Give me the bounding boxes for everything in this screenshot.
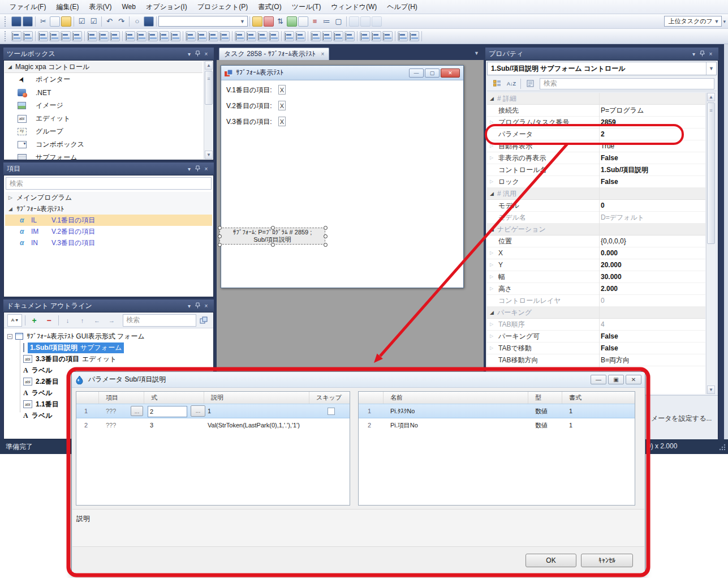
expand-icon[interactable]: ▷ xyxy=(490,331,493,342)
selection-handle[interactable] xyxy=(271,226,275,230)
redo-icon[interactable]: ↷ xyxy=(116,16,127,27)
outline-node-7[interactable]: Aラベル xyxy=(23,410,53,421)
outline-node-3[interactable]: Aラベル xyxy=(23,365,53,376)
selection-handle[interactable] xyxy=(218,243,222,247)
layout-tool-icon-6-4[interactable] xyxy=(269,31,279,41)
copy-icon[interactable] xyxy=(50,16,60,27)
column-header-type[interactable]: 型 xyxy=(528,392,562,404)
form-selector-combo[interactable]: 上位タスクのフォーム ▼ xyxy=(664,16,722,27)
items-field-row[interactable]: αILV.1番目の項目 xyxy=(5,215,212,226)
layout-tool-icon-5-4[interactable] xyxy=(219,31,230,41)
link-paste-icon[interactable] xyxy=(360,16,371,27)
scroll-down-icon[interactable]: ▼ xyxy=(707,386,715,394)
designed-form-titlebar[interactable]: ｻﾌﾞﾌｫｰﾑ表示ﾃｽﾄ — ▢ ✕ xyxy=(221,66,463,80)
menu-item-7[interactable]: 書式(O) xyxy=(253,1,286,14)
object-selector-combo[interactable]: 1.Sub/項目説明 サブフォーム コントロール ▼ xyxy=(487,62,717,75)
window-position-icon[interactable]: ▾ xyxy=(185,166,193,172)
layout-tool-icon-8-1[interactable] xyxy=(311,31,321,41)
expand-icon[interactable]: ▷ xyxy=(490,271,493,282)
collapse-icon[interactable]: − xyxy=(7,334,12,339)
property-row[interactable]: ▷非表示の再表示False xyxy=(487,152,705,164)
layout-tool-icon-6-1[interactable] xyxy=(235,31,245,41)
property-row[interactable]: モデル0 xyxy=(487,200,705,212)
minimize-button[interactable]: — xyxy=(591,375,606,384)
outline-node-1[interactable]: 1.Sub/項目説明サブフォーム xyxy=(23,342,124,353)
menu-item-10[interactable]: ヘルプ(H) xyxy=(382,1,423,14)
menu-item-5[interactable]: オプション(I) xyxy=(141,1,192,14)
layout-tool-icon-6-2[interactable] xyxy=(246,31,256,41)
argument-row-1[interactable]: 1Pi.ﾀｽｸNo数値1 xyxy=(359,404,635,418)
layout-tool-icon-3-2[interactable] xyxy=(98,31,109,41)
property-value[interactable]: False xyxy=(601,152,704,164)
layout-tool-icon-8-2[interactable] xyxy=(322,31,332,41)
property-row[interactable]: ▷ロックFalse xyxy=(487,176,705,188)
layout-tool-icon-8-4[interactable] xyxy=(344,31,355,41)
layout-tool-icon-2-1[interactable] xyxy=(38,31,48,41)
task-list-icon[interactable]: ≡ xyxy=(309,16,320,27)
chevron-down-icon[interactable]: ▼ xyxy=(706,62,716,75)
designed-form-body[interactable]: ｻﾌﾞﾌｫｰﾑ: P=ﾌﾟﾛｸﾞﾗﾑ # 2859 ; Sub/項目説明 V.1… xyxy=(222,80,463,287)
expand-icon[interactable]: ▷ xyxy=(490,152,493,164)
property-category-row[interactable]: ◢# 詳細 xyxy=(487,93,705,105)
parameter-description-value[interactable]: 1 xyxy=(208,404,307,418)
column-header-skip[interactable]: スキップ xyxy=(309,392,351,404)
column-header-item[interactable]: 項目 xyxy=(99,392,144,404)
items-search-input[interactable]: 検索 xyxy=(6,177,212,190)
property-value[interactable]: P=プログラム xyxy=(601,105,704,116)
layout-tool-icon-4-4[interactable] xyxy=(159,31,169,41)
property-row[interactable]: ▷プログラム/タスク番号2859 xyxy=(487,117,705,129)
expand-icon[interactable]: ▷ xyxy=(490,247,493,259)
form-check-icon[interactable]: ☑ xyxy=(76,16,87,27)
layout-tool-icon-3-1[interactable] xyxy=(87,31,97,41)
selection-handle[interactable] xyxy=(218,226,222,230)
properties-scrollbar[interactable]: ▲ ▼ xyxy=(706,93,716,394)
properties-search-input[interactable]: 検索 xyxy=(540,78,714,89)
skip-checkbox[interactable] xyxy=(328,408,335,415)
property-pages-icon[interactable] xyxy=(524,78,536,90)
outline-node-4[interactable]: abl2.2番目 xyxy=(23,376,59,387)
column-header-name[interactable]: 名前 xyxy=(384,392,528,404)
property-value[interactable]: 20.000 xyxy=(601,259,704,271)
categorized-view-icon[interactable] xyxy=(490,78,503,90)
scroll-up-icon[interactable]: ▲ xyxy=(205,61,213,70)
ok-button[interactable]: OK xyxy=(525,554,576,567)
pin-icon[interactable] xyxy=(193,302,202,310)
expand-icon[interactable]: ▷ xyxy=(490,259,493,271)
toolbox-item-pointer[interactable]: ➤ポインター xyxy=(5,73,192,86)
expand-icon[interactable]: ▷ xyxy=(490,319,493,330)
close-icon[interactable]: × xyxy=(202,166,210,172)
window-menu-icon[interactable]: ▢ xyxy=(333,16,344,27)
property-row[interactable]: TAB移動方向B=両方向 xyxy=(487,354,705,366)
collapse-icon[interactable]: ◢ xyxy=(490,307,494,318)
property-row[interactable]: ▷X0.000 xyxy=(487,247,705,259)
collapse-icon[interactable]: ◢ xyxy=(490,188,494,199)
window-position-icon[interactable]: ▾ xyxy=(185,303,193,309)
layout-tool-icon-3-3[interactable] xyxy=(110,31,120,41)
layout-tool-icon-1-1[interactable] xyxy=(11,31,21,41)
move-up-icon[interactable]: ↑ xyxy=(76,314,89,327)
window-position-icon[interactable]: ▾ xyxy=(690,51,698,57)
menu-item-6[interactable]: プロジェクト(P) xyxy=(192,1,253,14)
parameter-item-value[interactable]: ??? xyxy=(106,418,116,432)
property-value[interactable]: 0 xyxy=(601,200,704,211)
expand-icon[interactable]: ▷ xyxy=(490,283,493,294)
outline-node-2[interactable]: abl3.3番目の項目エディット xyxy=(23,353,117,365)
property-value[interactable]: False xyxy=(601,342,704,354)
items-group-1[interactable]: ▷メインプログラム xyxy=(5,192,212,204)
items-field-row[interactable]: αINV.3番目の項目 xyxy=(5,237,212,249)
property-value[interactable]: 2 xyxy=(601,129,704,140)
scrollbar-thumb[interactable] xyxy=(707,102,715,244)
property-category-row[interactable]: ◢ナビゲーション xyxy=(487,224,705,236)
name-display-toggle-button[interactable]: A·▾ xyxy=(7,314,22,327)
layout-tool-icon-2-4[interactable] xyxy=(72,31,82,41)
move-left-icon[interactable]: ← xyxy=(91,314,104,327)
toolbox-item-image[interactable]: イメージ xyxy=(5,99,192,112)
move-right-icon[interactable]: → xyxy=(106,314,118,327)
column-header-description[interactable]: 説明 xyxy=(204,392,309,404)
add-icon[interactable]: + xyxy=(28,314,41,327)
expression-browse-button[interactable]: ... xyxy=(191,405,205,417)
form-field-edit[interactable]: X xyxy=(278,85,286,95)
property-row[interactable]: ▷幅30.000 xyxy=(487,271,705,283)
outline-node-6[interactable]: abl1.1番目 xyxy=(23,399,59,410)
device-icon[interactable] xyxy=(144,16,154,27)
